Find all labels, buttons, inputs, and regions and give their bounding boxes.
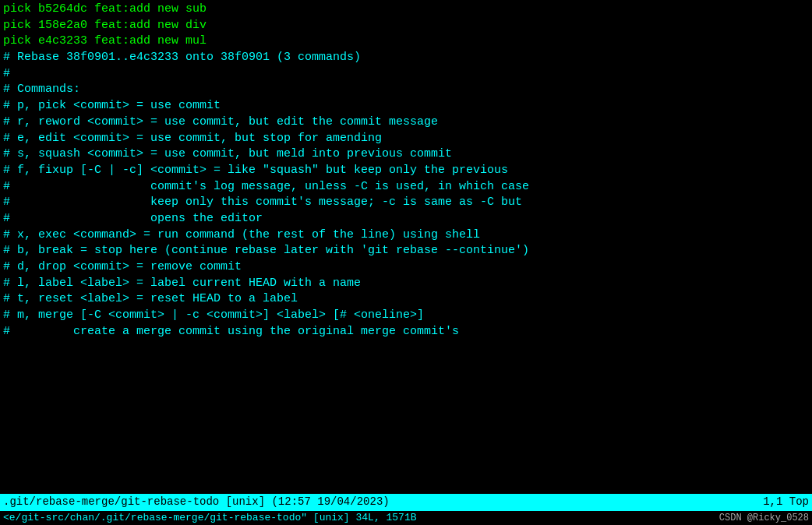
status-bar-1-right: 1,1 Top (763, 495, 809, 509)
editor-line: # f, fixup [-C | -c] <commit> = like "sq… (3, 163, 809, 179)
editor-line: # d, drop <commit> = remove commit (3, 259, 809, 276)
editor-line: # e, edit <commit> = use commit, but sto… (3, 131, 809, 147)
editor-line: # Commands: (3, 82, 809, 98)
editor-line: pick 158e2a0 feat:add new div (3, 18, 809, 34)
editor-line: # r, reword <commit> = use commit, but e… (3, 115, 809, 131)
status-bar-2: <e/git-src/chan/.git/rebase-merge/git-re… (0, 511, 812, 525)
status-bar-2-right: CSDN @Ricky_0528 (719, 512, 809, 525)
editor-line: # commit's log message, unless -C is use… (3, 179, 809, 196)
editor-line: # keep only this commit's message; -c is… (3, 195, 809, 211)
editor-line: # x, exec <command> = run command (the r… (3, 227, 809, 244)
editor-line: # t, reset <label> = reset HEAD to a lab… (3, 291, 809, 308)
editor-line: # s, squash <commit> = use commit, but m… (3, 146, 809, 163)
editor-line: # b, break = stop here (continue rebase … (3, 243, 809, 259)
editor-line: pick e4c3233 feat:add new mul (3, 33, 809, 50)
editor-line: # (3, 66, 809, 83)
status-bar-2-left: <e/git-src/chan/.git/rebase-merge/git-re… (3, 511, 719, 525)
status-bar-1: .git/rebase-merge/git-rebase-todo [unix]… (0, 494, 812, 511)
editor-line: # opens the editor (3, 211, 809, 227)
editor-line: # p, pick <commit> = use commit (3, 98, 809, 115)
editor-line: # l, label <label> = label current HEAD … (3, 276, 809, 292)
editor-line: pick b5264dc feat:add new sub (3, 2, 809, 18)
editor-line: # Rebase 38f0901..e4c3233 onto 38f0901 (… (3, 50, 809, 66)
editor-area: pick b5264dc feat:add new subpick 158e2a… (0, 0, 812, 494)
status-bar-1-left: .git/rebase-merge/git-rebase-todo [unix]… (3, 495, 763, 509)
editor-line: # m, merge [-C <commit> | -c <commit>] <… (3, 308, 809, 324)
editor-line: # create a merge commit using the origin… (3, 324, 809, 340)
